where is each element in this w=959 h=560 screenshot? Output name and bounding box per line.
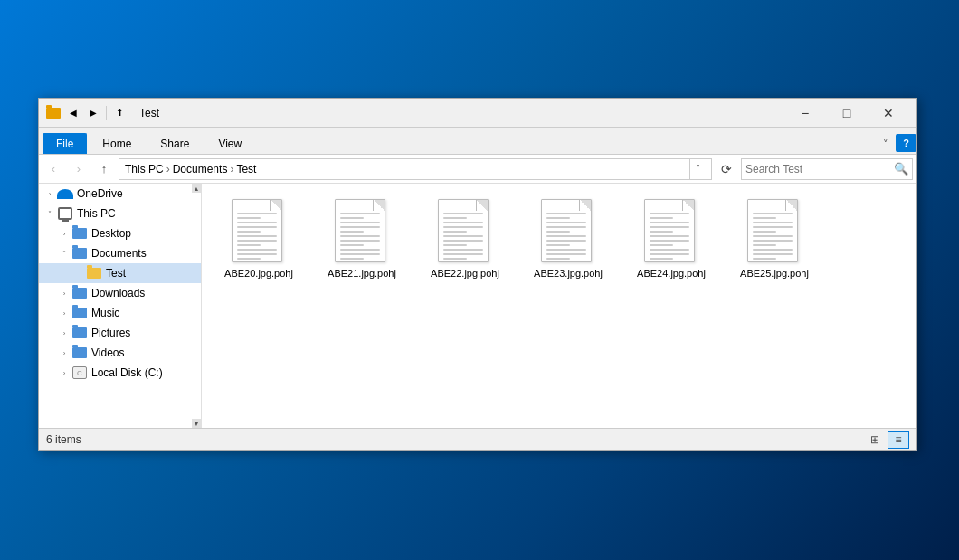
documents-folder-icon bbox=[71, 246, 88, 261]
sidebar-label-desktop: Desktop bbox=[91, 227, 131, 240]
pc-icon bbox=[57, 206, 73, 221]
file-label-abe22: ABE22.jpg.pohj bbox=[431, 268, 499, 279]
tab-home[interactable]: Home bbox=[89, 133, 145, 154]
file-icon-abe23 bbox=[541, 199, 595, 264]
file-icon-abe22 bbox=[438, 199, 492, 264]
file-item-abe22[interactable]: ABE22.jpg.pohj bbox=[415, 191, 515, 287]
expand-documents[interactable]: ˅ bbox=[57, 246, 71, 261]
expand-pictures[interactable]: › bbox=[57, 326, 71, 340]
ribbon-help[interactable]: ? bbox=[896, 134, 916, 152]
quick-access-btn-3[interactable]: ⬆ bbox=[110, 104, 128, 122]
sidebar-item-desktop[interactable]: › Desktop bbox=[39, 223, 201, 243]
file-area: ABE20.jpg.pohj bbox=[202, 184, 916, 428]
expand-music[interactable]: › bbox=[57, 306, 71, 320]
minimize-button[interactable]: − bbox=[784, 99, 826, 128]
file-item-abe20[interactable]: ABE20.jpg.pohj bbox=[209, 191, 309, 287]
search-icon[interactable]: 🔍 bbox=[894, 162, 908, 176]
search-box: 🔍 bbox=[741, 158, 913, 180]
sidebar-label-local-disk: Local Disk (C:) bbox=[91, 366, 163, 379]
item-count: 6 items bbox=[46, 433, 81, 446]
refresh-button[interactable]: ⟳ bbox=[716, 158, 737, 180]
quick-access-btn-2[interactable]: ▶ bbox=[84, 104, 102, 122]
file-item-abe24[interactable]: ABE24.jpg.pohj bbox=[622, 191, 721, 287]
sidebar-label-documents: Documents bbox=[91, 247, 147, 260]
sidebar-item-downloads[interactable]: › Downloads bbox=[39, 283, 201, 303]
address-bar: ‹ › ↑ This PC › Documents › Test ˅ ⟳ 🔍 bbox=[39, 155, 916, 184]
file-label-abe25: ABE25.jpg.pohj bbox=[740, 268, 809, 279]
sidebar-item-pictures[interactable]: › Pictures bbox=[39, 323, 201, 343]
videos-folder-icon bbox=[71, 346, 88, 360]
sidebar-label-downloads: Downloads bbox=[91, 287, 145, 299]
path-documents[interactable]: Documents bbox=[173, 163, 228, 176]
file-icon-abe25 bbox=[747, 199, 802, 264]
window-controls: − □ ✕ bbox=[784, 99, 909, 128]
file-item-abe23[interactable]: ABE23.jpg.pohj bbox=[518, 191, 618, 287]
expand-local-disk[interactable]: › bbox=[57, 365, 71, 380]
quick-access-btn-1[interactable]: ◀ bbox=[64, 104, 82, 122]
pictures-folder-icon bbox=[71, 326, 88, 340]
tab-view[interactable]: View bbox=[204, 133, 255, 154]
sidebar-item-test[interactable]: Test bbox=[39, 263, 201, 283]
disk-icon: C bbox=[71, 365, 88, 380]
file-icon-abe20 bbox=[232, 199, 286, 264]
sidebar-label-pictures: Pictures bbox=[91, 327, 130, 339]
window-title: Test bbox=[139, 107, 784, 119]
ribbon-chevron[interactable]: ˅ bbox=[876, 135, 896, 154]
file-item-abe21[interactable]: ABE21.jpg.pohj bbox=[312, 191, 412, 287]
back-button[interactable]: ‹ bbox=[43, 158, 64, 180]
sidebar-item-music[interactable]: › Music bbox=[39, 303, 201, 323]
tab-file[interactable]: File bbox=[43, 133, 87, 154]
ribbon-tabs: File Home Share View ˅ ? bbox=[39, 128, 916, 155]
sidebar-item-videos[interactable]: › Videos bbox=[39, 343, 201, 363]
expand-desktop[interactable]: › bbox=[57, 226, 71, 241]
sidebar-item-local-disk[interactable]: › C Local Disk (C:) bbox=[39, 363, 201, 383]
test-folder-icon bbox=[86, 266, 102, 280]
sidebar: › OneDrive ˅ This PC › Desktop bbox=[39, 184, 202, 428]
desktop-folder-icon bbox=[71, 226, 88, 241]
status-bar: 6 items ⊞ ≡ bbox=[39, 428, 916, 450]
file-item-abe25[interactable]: ABE25.jpg.pohj bbox=[725, 191, 824, 287]
address-path[interactable]: This PC › Documents › Test ˅ bbox=[119, 158, 712, 180]
sidebar-item-this-pc[interactable]: ˅ This PC bbox=[39, 204, 201, 223]
expand-onedrive[interactable]: › bbox=[43, 186, 57, 201]
path-test[interactable]: Test bbox=[236, 163, 256, 176]
music-folder-icon bbox=[71, 306, 88, 320]
title-bar: ◀ ▶ ⬆ Test − □ ✕ bbox=[39, 99, 916, 128]
forward-button[interactable]: › bbox=[68, 158, 90, 180]
downloads-folder-icon bbox=[71, 286, 88, 300]
sidebar-item-documents[interactable]: ˅ Documents bbox=[39, 243, 201, 263]
file-label-abe24: ABE24.jpg.pohj bbox=[637, 268, 706, 279]
close-button[interactable]: ✕ bbox=[868, 99, 909, 128]
search-input[interactable] bbox=[745, 163, 890, 176]
sidebar-item-onedrive[interactable]: › OneDrive bbox=[39, 184, 201, 204]
sidebar-label-music: Music bbox=[91, 307, 119, 319]
file-label-abe21: ABE21.jpg.pohj bbox=[328, 268, 396, 279]
view-buttons: ⊞ ≡ bbox=[864, 431, 909, 449]
list-view-button[interactable]: ≡ bbox=[888, 431, 909, 449]
path-dropdown-btn[interactable]: ˅ bbox=[689, 158, 706, 180]
path-this-pc[interactable]: This PC bbox=[125, 163, 164, 176]
sidebar-label-videos: Videos bbox=[91, 346, 124, 359]
up-button[interactable]: ↑ bbox=[93, 158, 115, 180]
expand-videos[interactable]: › bbox=[57, 346, 71, 360]
expand-this-pc[interactable]: ˅ bbox=[43, 206, 57, 221]
file-icon-abe24 bbox=[644, 199, 698, 264]
main-area: › OneDrive ˅ This PC › Desktop bbox=[39, 184, 916, 428]
onedrive-icon bbox=[57, 186, 73, 201]
grid-view-button[interactable]: ⊞ bbox=[864, 431, 886, 449]
file-icon-abe21 bbox=[335, 199, 389, 264]
sidebar-label-onedrive: OneDrive bbox=[77, 187, 123, 200]
maximize-button[interactable]: □ bbox=[826, 99, 868, 128]
window-icon bbox=[46, 106, 61, 120]
quick-access-bar: ◀ ▶ ⬆ bbox=[64, 104, 128, 122]
tab-share[interactable]: Share bbox=[147, 133, 203, 154]
file-label-abe23: ABE23.jpg.pohj bbox=[534, 268, 603, 279]
sidebar-label-test: Test bbox=[106, 267, 126, 280]
file-label-abe20: ABE20.jpg.pohj bbox=[224, 268, 293, 279]
expand-downloads[interactable]: › bbox=[57, 286, 71, 300]
file-explorer-window: ◀ ▶ ⬆ Test − □ ✕ File Home Share View ˅ … bbox=[38, 98, 917, 451]
sidebar-label-this-pc: This PC bbox=[77, 207, 116, 220]
